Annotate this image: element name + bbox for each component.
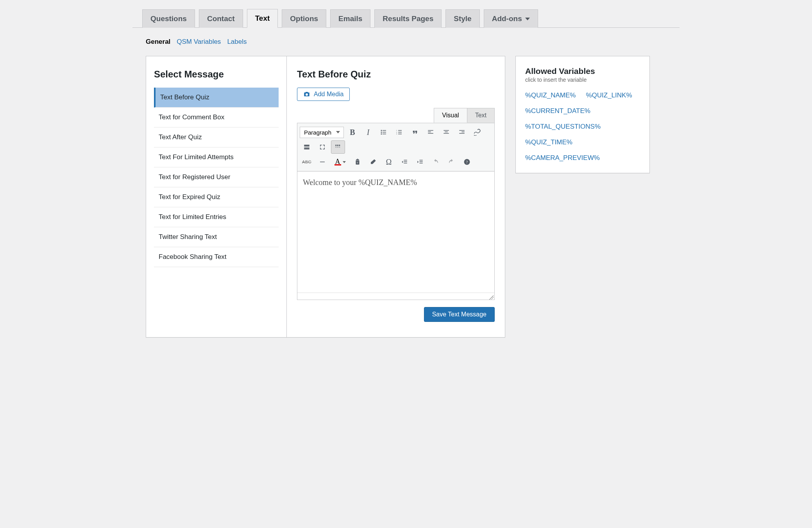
redo-button[interactable] xyxy=(444,155,458,169)
svg-rect-34 xyxy=(404,163,407,163)
save-text-message-button[interactable]: Save Text Message xyxy=(424,307,495,322)
message-item-facebook-sharing[interactable]: Facebook Sharing Text xyxy=(154,247,279,267)
svg-rect-17 xyxy=(444,133,449,134)
svg-rect-32 xyxy=(404,160,407,161)
message-item-registered-user[interactable]: Text for Registered User xyxy=(154,167,279,187)
horizontal-rule-button[interactable] xyxy=(315,155,329,169)
svg-rect-27 xyxy=(335,147,336,148)
editor-tab-text[interactable]: Text xyxy=(467,108,495,123)
select-message-title: Select Message xyxy=(154,69,279,80)
align-right-button[interactable] xyxy=(455,126,469,139)
variable-quiz-link[interactable]: %QUIZ_LINK% xyxy=(586,92,632,99)
editor-content-area[interactable]: Welcome to your %QUIZ_NAME% xyxy=(297,171,494,293)
select-message-panel: Select Message Text Before Quiz Text for… xyxy=(146,56,286,338)
svg-rect-24 xyxy=(335,145,336,146)
svg-rect-20 xyxy=(459,133,465,134)
editor-resize-handle[interactable] xyxy=(297,293,494,300)
align-left-button[interactable] xyxy=(424,126,438,139)
main-tab-bar: Questions Contact Text Options Emails Re… xyxy=(132,0,680,28)
help-icon: ? xyxy=(463,158,470,165)
bullet-list-button[interactable] xyxy=(377,126,391,139)
tab-options[interactable]: Options xyxy=(282,9,326,28)
variable-camera-preview[interactable]: %CAMERA_PREVIEW% xyxy=(525,154,600,162)
italic-button[interactable]: I xyxy=(361,126,375,139)
variable-quiz-name[interactable]: %QUIZ_NAME% xyxy=(525,92,576,99)
clipboard-icon: T xyxy=(354,158,361,165)
editor-mode-tabs: Visual Text xyxy=(434,108,495,123)
variable-total-questions[interactable]: %TOTAL_QUESTIONS% xyxy=(525,123,601,131)
numbered-list-button[interactable]: 123 xyxy=(392,126,406,139)
message-item-limited-attempts[interactable]: Text For Limited Attempts xyxy=(154,147,279,167)
outdent-button[interactable] xyxy=(397,155,411,169)
outdent-icon xyxy=(401,158,408,165)
variable-quiz-time[interactable]: %QUIZ_TIME% xyxy=(525,138,572,146)
paste-text-button[interactable]: T xyxy=(351,155,365,169)
svg-rect-28 xyxy=(337,147,338,148)
link-icon xyxy=(474,129,481,136)
svg-rect-14 xyxy=(428,133,433,134)
tab-addons-label: Add-ons xyxy=(492,14,522,23)
message-item-text-after-quiz[interactable]: Text After Quiz xyxy=(154,128,279,147)
svg-rect-12 xyxy=(428,130,433,131)
undo-button[interactable] xyxy=(429,155,443,169)
tab-emails[interactable]: Emails xyxy=(330,9,370,28)
svg-rect-26 xyxy=(339,145,340,146)
bullet-list-icon xyxy=(380,129,387,136)
special-character-button[interactable]: Ω xyxy=(382,155,396,169)
variable-current-date[interactable]: %CURRENT_DATE% xyxy=(525,107,590,115)
message-item-expired-quiz[interactable]: Text for Expired Quiz xyxy=(154,187,279,207)
subnav: General QSM Variables Labels xyxy=(132,28,680,56)
tab-text[interactable]: Text xyxy=(247,9,278,28)
align-left-icon xyxy=(427,129,434,136)
svg-rect-22 xyxy=(304,147,309,147)
svg-rect-5 xyxy=(383,134,386,135)
editor-tab-visual[interactable]: Visual xyxy=(434,108,467,123)
svg-rect-15 xyxy=(444,130,449,131)
message-item-comment-box[interactable]: Text for Comment Box xyxy=(154,108,279,128)
message-item-text-before-quiz[interactable]: Text Before Quiz xyxy=(154,88,279,108)
format-select[interactable]: Paragraph xyxy=(300,127,344,138)
allowed-variables-title: Allowed Variables xyxy=(525,66,640,76)
subnav-qsm-variables[interactable]: QSM Variables xyxy=(177,38,221,46)
toolbar-toggle-button[interactable] xyxy=(331,140,345,154)
svg-point-2 xyxy=(381,132,382,133)
indent-button[interactable] xyxy=(413,155,427,169)
svg-rect-6 xyxy=(398,130,402,131)
text-color-button[interactable]: A xyxy=(331,155,349,169)
tab-addons[interactable]: Add-ons xyxy=(484,9,538,28)
numbered-list-icon: 123 xyxy=(396,129,403,136)
tab-style[interactable]: Style xyxy=(445,9,479,28)
svg-rect-19 xyxy=(461,132,465,133)
read-more-button[interactable] xyxy=(300,140,314,154)
strikethrough-button[interactable]: ABC xyxy=(300,155,314,169)
svg-rect-16 xyxy=(445,132,448,133)
bold-button[interactable]: B xyxy=(345,126,359,139)
message-item-twitter-sharing[interactable]: Twitter Sharing Text xyxy=(154,227,279,247)
link-button[interactable] xyxy=(470,126,485,139)
align-center-button[interactable] xyxy=(439,126,453,139)
editor-panel: Text Before Quiz Add Media Visual Text xyxy=(286,56,505,338)
undo-icon xyxy=(432,158,439,165)
message-item-limited-entries[interactable]: Text for Limited Entries xyxy=(154,207,279,227)
help-button[interactable]: ? xyxy=(460,155,474,169)
tab-results-pages[interactable]: Results Pages xyxy=(374,9,442,28)
redo-icon xyxy=(448,158,455,165)
svg-rect-8 xyxy=(398,134,402,135)
blockquote-button[interactable] xyxy=(408,126,422,139)
add-media-label: Add Media xyxy=(314,91,344,98)
subnav-general[interactable]: General xyxy=(146,38,170,46)
editor-toolbar: Paragraph B I 123 xyxy=(297,123,494,171)
add-media-button[interactable]: Add Media xyxy=(297,88,350,101)
svg-rect-18 xyxy=(459,130,465,131)
tab-contact[interactable]: Contact xyxy=(199,9,243,28)
tab-questions[interactable]: Questions xyxy=(142,9,195,28)
clear-formatting-button[interactable] xyxy=(366,155,380,169)
indent-icon xyxy=(417,158,424,165)
quote-icon xyxy=(411,129,419,136)
subnav-labels[interactable]: Labels xyxy=(227,38,247,46)
svg-rect-7 xyxy=(398,132,402,133)
fullscreen-button[interactable] xyxy=(315,140,329,154)
svg-rect-35 xyxy=(420,160,423,161)
svg-point-4 xyxy=(381,133,382,135)
wysiwyg-editor: Paragraph B I 123 xyxy=(297,123,495,300)
